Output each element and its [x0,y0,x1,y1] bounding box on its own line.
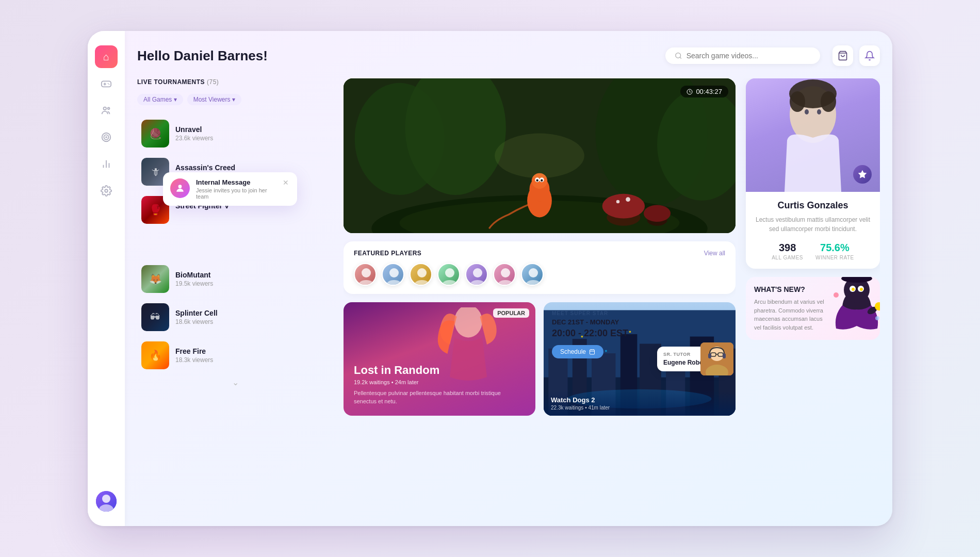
svg-point-2 [109,84,110,85]
svg-rect-77 [708,353,711,358]
stat-winrate-value: 75.6% [815,242,854,254]
show-more-button[interactable]: ⌄ [137,375,333,389]
player-avatar-5[interactable] [465,263,488,286]
tutor-photo [700,342,733,375]
bag-button[interactable] [832,45,853,66]
svg-point-96 [875,316,879,320]
game-preview: Watch Dogs 2 22.3k waitings • 41m later [544,391,736,416]
schedule-time: 20:00 - 22:00 EST [552,328,727,339]
game-card-description: Pellentesque pulvinar pellentesque habit… [354,389,525,405]
players-row [354,263,725,286]
character-silhouette [432,307,504,400]
svg-point-14 [178,185,182,188]
tournament-info: Splinter Cell 18.6k viewers [175,309,329,325]
header-actions [832,45,880,66]
player-avatar-7[interactable] [521,263,544,286]
svg-point-44 [442,280,458,286]
schedule-button[interactable]: Schedule [552,345,603,358]
svg-point-37 [362,268,371,277]
tournament-info: Free Fire 18.3k viewers [175,347,329,364]
svg-point-49 [529,268,538,277]
svg-point-45 [473,268,482,277]
main-content: Hello Daniel Barnes! [125,31,892,526]
game-preview-title: Watch Dogs 2 [551,396,728,404]
svg-point-24 [616,200,620,204]
bottom-cards-row: POPULAR Lost in Random [344,302,736,416]
notif-avatar [170,178,190,198]
new-section-title: WHAT'S NEW? [754,285,825,293]
view-all-button[interactable]: View all [704,250,725,257]
player-avatar-4[interactable] [437,263,460,286]
sidebar-item-goals[interactable] [95,126,118,149]
svg-point-8 [105,189,108,192]
tournament-thumb: 🔥 [141,341,169,369]
player-description: Lectus vestibulum mattis ullamcorper vel… [754,215,872,234]
main-video[interactable]: 00:43:27 [344,78,736,233]
sidebar-item-team[interactable] [95,99,118,122]
svg-point-80 [805,109,809,114]
filter-most-viewers[interactable]: Most Viewers ▾ [187,94,241,105]
stat-winrate-label: WINNER RATE [815,255,854,260]
sidebar-item-settings[interactable] [95,179,118,202]
player-card-photo [746,78,880,192]
svg-point-25 [626,197,630,202]
game-preview-stats: 22.3k waitings • 41m later [551,405,728,411]
svg-point-48 [497,280,514,286]
star-card[interactable]: MEET SUPER STAR DEC 21ST - MONDAY 20:00 … [544,302,736,416]
user-avatar[interactable] [96,491,117,512]
notification-button[interactable] [859,45,880,66]
tournaments-title: LIVE TOURNAMENTS (75) [137,78,219,86]
search-bar[interactable] [665,47,820,64]
svg-rect-78 [723,353,726,358]
svg-point-34 [541,179,543,182]
tournament-thumb: 🧶 [141,120,169,148]
tournament-info: BioMutant 19.5k viewers [175,271,329,287]
svg-point-4 [108,108,110,110]
tournament-item[interactable]: 🕶 Splinter Cell 18.6k viewers [137,299,333,335]
clock-icon [687,89,693,95]
svg-point-47 [501,268,510,277]
svg-point-41 [417,268,427,277]
video-timer: 00:43:27 [680,86,728,97]
player-avatar-3[interactable] [410,263,432,286]
svg-point-81 [817,109,821,114]
page-title: Hello Daniel Barnes! [137,48,665,64]
search-input[interactable] [687,52,811,60]
svg-point-40 [386,280,402,286]
svg-point-39 [389,268,399,277]
sidebar-item-analytics[interactable] [95,153,118,175]
player-card-info: Curtis Gonzales Lectus vestibulum mattis… [746,192,880,269]
player-stats: 398 ALL GAMES 75.6% WINNER RATE [754,242,872,260]
meet-label: MEET SUPER STAR [552,310,727,316]
svg-point-42 [414,280,430,286]
player-avatar-2[interactable] [382,263,404,286]
video-background [344,78,736,233]
header: Hello Daniel Barnes! [137,45,880,66]
tournament-item[interactable]: 🔥 Free Fire 18.3k viewers [137,337,333,373]
sidebar-item-gamepad[interactable] [95,72,118,95]
svg-point-50 [525,280,542,286]
calendar-icon [589,349,595,355]
player-card: Curtis Gonzales Lectus vestibulum mattis… [746,78,880,269]
stat-all-games: 398 ALL GAMES [772,242,803,260]
filter-row: All Games ▾ Most Viewers ▾ [137,94,333,105]
tournament-info: Unravel 23.6k viewers [175,125,329,142]
player-avatar-6[interactable] [493,263,516,286]
notif-close-button[interactable]: ✕ [283,178,289,187]
notification-popup: Internal Message Jessie invites you to j… [163,172,297,206]
tournament-item[interactable]: 🧶 Unravel 23.6k viewers [137,116,333,152]
content-area: LIVE TOURNAMENTS (75) All Games ▾ Most V… [137,78,880,516]
svg-point-46 [469,280,486,286]
tournament-item[interactable]: 🦊 BioMutant 19.5k viewers [137,261,333,297]
svg-point-7 [106,137,107,138]
stat-games-label: ALL GAMES [772,255,803,260]
new-section-description: Arcu bibendum at varius vel pharetra. Co… [754,298,825,332]
game-card-lost-in-random[interactable]: POPULAR Lost in Random [344,302,535,416]
svg-point-12 [676,53,681,58]
filter-all-games[interactable]: All Games ▾ [137,94,183,105]
search-icon [675,52,682,60]
svg-point-51 [454,307,482,338]
svg-point-43 [445,268,454,277]
player-avatar-1[interactable] [354,263,377,286]
sidebar-item-home[interactable]: ⌂ [95,45,118,68]
